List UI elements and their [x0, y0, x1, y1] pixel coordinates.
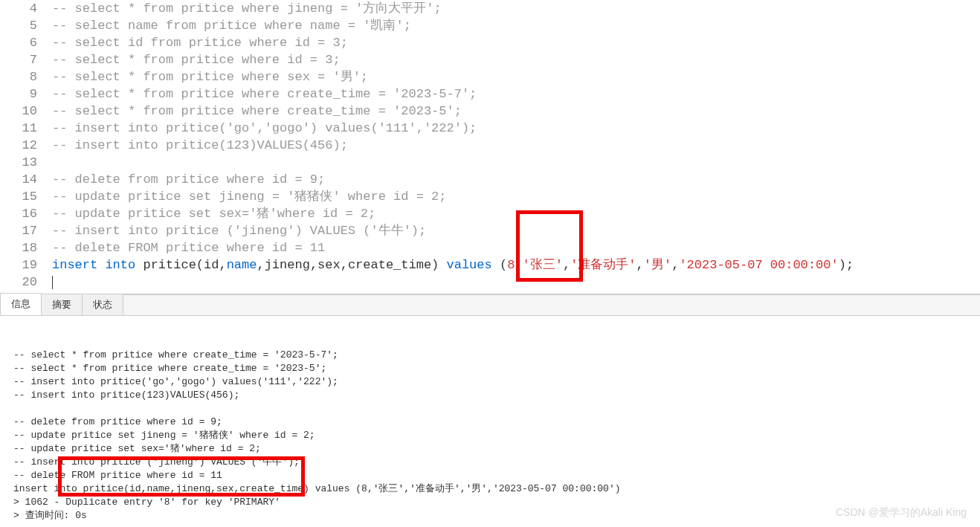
code-line[interactable]: 8-- select * from pritice where sex = '男…	[0, 68, 980, 85]
line-number: 11	[0, 120, 52, 137]
line-number: 20	[0, 274, 52, 291]
line-number: 17	[0, 222, 52, 239]
line-content[interactable]: -- select * from pritice where id = 3;	[52, 51, 980, 68]
output-panel[interactable]: -- select * from pritice where create_ti…	[0, 316, 980, 524]
output-line: -- select * from pritice where create_ti…	[13, 362, 967, 375]
code-line[interactable]: 11-- insert into pritice('go','gogo') va…	[0, 120, 980, 137]
code-line[interactable]: 14-- delete from pritice where id = 9;	[0, 171, 980, 188]
line-content[interactable]: -- select id from pritice where id = 3;	[52, 34, 980, 51]
code-line[interactable]: 20	[0, 274, 980, 291]
code-line[interactable]: 7-- select * from pritice where id = 3;	[0, 51, 980, 68]
output-line: -- delete FROM pritice where id = 11	[13, 469, 967, 482]
line-content[interactable]	[52, 274, 980, 291]
line-content[interactable]: -- update pritice set sex='猪'where id = …	[52, 205, 980, 222]
line-number: 13	[0, 154, 52, 171]
code-line[interactable]: 16-- update pritice set sex='猪'where id …	[0, 205, 980, 222]
code-line[interactable]: 17-- insert into pritice ('jineng') VALU…	[0, 222, 980, 239]
line-content[interactable]: -- insert into pritice(123)VALUES(456);	[52, 137, 980, 154]
result-tabs: 信息摘要状态	[0, 295, 980, 316]
output-line: -- update pritice set sex='猪'where id = …	[13, 442, 967, 456]
line-number: 15	[0, 188, 52, 205]
output-line: > 查询时间: 0s	[13, 509, 967, 523]
line-number: 18	[0, 239, 52, 256]
line-content[interactable]: -- update pritice set jineng = '猪猪侠' whe…	[52, 188, 980, 205]
line-content[interactable]: -- insert into pritice('go','gogo') valu…	[52, 120, 980, 137]
code-line[interactable]: 13	[0, 154, 980, 171]
code-line[interactable]: 9-- select * from pritice where create_t…	[0, 85, 980, 103]
tab-信息[interactable]: 信息	[0, 293, 42, 315]
line-number: 14	[0, 171, 52, 188]
line-content[interactable]: -- select * from pritice where create_ti…	[52, 103, 980, 120]
line-content[interactable]: -- select name from pritice where name =…	[52, 17, 980, 34]
output-line: insert into pritice(id,name,jineng,sex,c…	[13, 482, 967, 496]
output-line: -- insert into pritice('go','gogo') valu…	[13, 375, 967, 389]
line-number: 8	[0, 68, 52, 85]
tab-状态[interactable]: 状态	[82, 294, 123, 315]
line-number: 10	[0, 103, 52, 120]
code-line[interactable]: 4-- select * from pritice where jineng =…	[0, 0, 980, 17]
output-line: > 1062 - Duplicate entry '8' for key 'PR…	[13, 496, 967, 509]
line-number: 4	[0, 0, 52, 17]
code-line[interactable]: 18-- delete FROM pritice where id = 11	[0, 239, 980, 256]
output-line: -- update pritice set jineng = '猪猪侠' whe…	[13, 429, 967, 442]
output-line: -- select * from pritice where create_ti…	[13, 349, 967, 362]
code-line[interactable]: 10-- select * from pritice where create_…	[0, 103, 980, 120]
output-line	[13, 402, 967, 416]
output-line: -- insert into pritice(123)VALUES(456);	[13, 389, 967, 402]
code-line[interactable]: 15-- update pritice set jineng = '猪猪侠' w…	[0, 188, 980, 205]
line-content[interactable]: insert into pritice(id,name,jineng,sex,c…	[52, 256, 980, 274]
line-number: 16	[0, 205, 52, 222]
line-number: 12	[0, 137, 52, 154]
code-line[interactable]: 19insert into pritice(id,name,jineng,sex…	[0, 256, 980, 274]
line-number: 6	[0, 34, 52, 51]
line-content[interactable]: -- delete FROM pritice where id = 11	[52, 239, 980, 256]
sql-editor[interactable]: 4-- select * from pritice where jineng =…	[0, 0, 980, 294]
code-line[interactable]: 12-- insert into pritice(123)VALUES(456)…	[0, 137, 980, 154]
line-number: 5	[0, 17, 52, 34]
code-line[interactable]: 5-- select name from pritice where name …	[0, 17, 980, 34]
output-line: -- insert into pritice ('jineng') VALUES…	[13, 456, 967, 469]
watermark: CSDN @爱学习的Akali King	[836, 506, 967, 520]
line-content[interactable]: -- delete from pritice where id = 9;	[52, 171, 980, 188]
output-line: -- delete from pritice where id = 9;	[13, 416, 967, 429]
line-number: 9	[0, 85, 52, 103]
line-content[interactable]: -- select * from pritice where create_ti…	[52, 85, 980, 103]
tab-摘要[interactable]: 摘要	[41, 294, 83, 315]
line-number: 19	[0, 256, 52, 274]
line-number: 7	[0, 51, 52, 68]
line-content[interactable]: -- select * from pritice where jineng = …	[52, 0, 980, 17]
code-line[interactable]: 6-- select id from pritice where id = 3;	[0, 34, 980, 51]
line-content[interactable]: -- insert into pritice ('jineng') VALUES…	[52, 222, 980, 239]
line-content[interactable]: -- select * from pritice where sex = '男'…	[52, 68, 980, 85]
